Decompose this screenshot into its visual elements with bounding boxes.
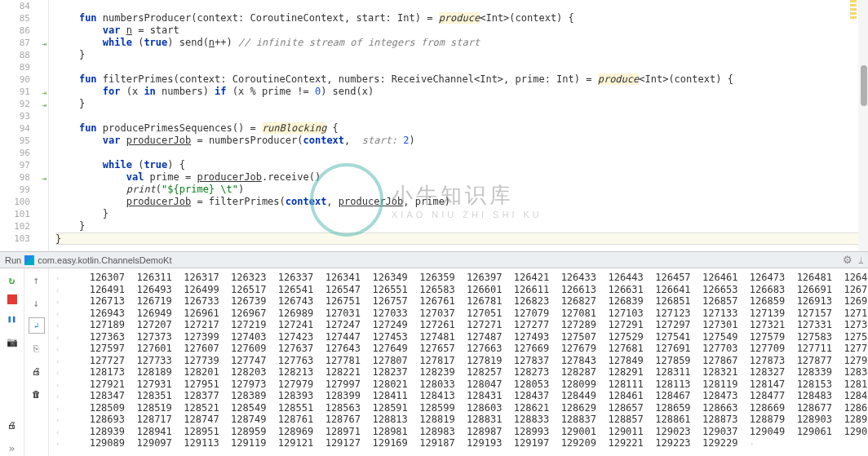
console-line: ‹ 128939 128941 128951 128959 128969 128…: [55, 426, 868, 438]
line-number[interactable]: 91⇥: [0, 86, 48, 98]
run-toolbar: Run com.easy.kotlin.ChannelsDemoKt: [0, 251, 868, 268]
line-number[interactable]: 97: [0, 159, 48, 171]
fold-icon[interactable]: ‹: [55, 438, 72, 450]
soft-wrap-button[interactable]: [29, 317, 45, 334]
console-line: ‹ 127921 127931 127951 127973 127979 127…: [55, 379, 868, 391]
line-number[interactable]: 89: [0, 61, 48, 73]
fold-icon[interactable]: ‹: [55, 356, 72, 368]
fold-icon[interactable]: ‹: [55, 308, 72, 321]
line-number[interactable]: 85: [0, 12, 48, 24]
fold-icon[interactable]: ‹: [55, 343, 72, 356]
console-line: ‹ 126943 126949 126961 126967 126989 127…: [55, 308, 868, 320]
rerun-button[interactable]: [4, 272, 20, 288]
line-number[interactable]: 100: [0, 196, 48, 208]
fold-icon[interactable]: ‹: [55, 379, 72, 392]
vertical-scrollbar[interactable]: [858, 0, 868, 251]
console-line: ‹ 128509 128519 128521 128549 128551 128…: [55, 402, 868, 414]
console-line: ‹ 126307 126311 126317 126323 126337 126…: [55, 272, 868, 284]
gutter-lambda-icon[interactable]: ⇥: [37, 86, 46, 96]
more-button[interactable]: [4, 440, 20, 456]
line-number[interactable]: 90: [0, 73, 48, 86]
gear-icon[interactable]: [843, 254, 852, 266]
fold-icon[interactable]: ‹: [55, 427, 72, 439]
console-line: ‹ 128693 128717 128747 128749 128761 128…: [55, 414, 868, 426]
line-number[interactable]: 88: [0, 49, 48, 61]
dump-threads-button[interactable]: [4, 334, 20, 350]
marker-strip: [850, 0, 857, 20]
kotlin-icon: [24, 255, 34, 265]
stop-button[interactable]: [7, 294, 17, 304]
fold-icon[interactable]: ‹: [55, 367, 72, 379]
scroll-end-button[interactable]: [29, 340, 45, 356]
line-number[interactable]: 95: [0, 135, 48, 147]
fold-icon[interactable]: ‹: [55, 285, 72, 297]
fold-icon[interactable]: ‹: [55, 332, 72, 344]
console-line: ‹ 129089 129097 129113 129119 129121 129…: [55, 437, 868, 449]
console-output[interactable]: ‹ 126307 126311 126317 126323 126337 126…: [49, 268, 868, 456]
line-number[interactable]: 103: [0, 232, 48, 245]
fold-icon[interactable]: ‹: [55, 414, 72, 427]
run-config-name[interactable]: com.easy.kotlin.ChannelsDemoKt: [38, 255, 171, 265]
console-line: ‹ 127363 127373 127399 127403 127423 127…: [55, 331, 868, 343]
layout-button[interactable]: [4, 417, 20, 433]
line-number[interactable]: 102: [0, 220, 48, 232]
line-number[interactable]: 96: [0, 147, 48, 159]
console-line: ‹ 126491 126493 126499 126517 126541 126…: [55, 284, 868, 296]
gutter-lambda-icon[interactable]: ⇥: [37, 99, 46, 108]
fold-icon[interactable]: ‹: [55, 403, 72, 415]
gutter-lambda-icon[interactable]: ⇥: [37, 38, 46, 47]
fold-icon[interactable]: ‹: [55, 391, 72, 403]
run-label: Run: [5, 255, 21, 265]
editor-pane: 84858687⇥88899091⇥92⇥939495969798⇥991001…: [0, 0, 868, 251]
up-stack-button[interactable]: [29, 272, 45, 288]
export-icon[interactable]: [859, 254, 864, 266]
line-number[interactable]: 92⇥: [0, 98, 48, 110]
run-tool-column-1: [0, 268, 24, 456]
console-line: ‹ 128347 128351 128377 128389 128393 128…: [55, 390, 868, 402]
console-line: ‹ 126713 126719 126733 126739 126743 126…: [55, 295, 868, 308]
line-number[interactable]: 87⇥: [0, 37, 48, 49]
output-pane: ‹ 126307 126311 126317 126323 126337 126…: [0, 268, 868, 456]
console-line: ‹ 127189 127207 127217 127219 127241 127…: [55, 319, 868, 331]
clear-button[interactable]: [29, 386, 45, 402]
line-number[interactable]: 86: [0, 24, 48, 37]
down-stack-button[interactable]: [29, 294, 45, 311]
code-area[interactable]: fun numbersProducer(context: CoroutineCo…: [49, 0, 868, 251]
console-line: ‹ 128173 128189 128201 128203 128213 128…: [55, 366, 868, 379]
print-button[interactable]: [29, 363, 45, 379]
fold-icon[interactable]: ‹: [55, 320, 72, 332]
console-line: ‹ 127727 127733 127739 127747 127763 127…: [55, 355, 868, 367]
gutter: 84858687⇥88899091⇥92⇥939495969798⇥991001…: [0, 0, 49, 251]
gutter-lambda-icon[interactable]: ⇥: [37, 172, 46, 182]
console-line: ‹ 127597 127601 127607 127609 127637 127…: [55, 343, 868, 355]
pause-button[interactable]: [4, 311, 20, 327]
line-number[interactable]: 101: [0, 208, 48, 220]
scroll-thumb[interactable]: [861, 65, 867, 106]
line-number[interactable]: 93: [0, 110, 48, 122]
fold-icon[interactable]: ‹: [55, 296, 72, 308]
expand-icon[interactable]: ›: [750, 440, 754, 448]
run-tool-column-2: [24, 268, 49, 456]
line-number[interactable]: 99: [0, 184, 48, 196]
line-number[interactable]: 84: [0, 0, 48, 12]
fold-icon[interactable]: ‹: [55, 272, 72, 285]
line-number[interactable]: 98⇥: [0, 171, 48, 184]
line-number[interactable]: 94: [0, 122, 48, 135]
